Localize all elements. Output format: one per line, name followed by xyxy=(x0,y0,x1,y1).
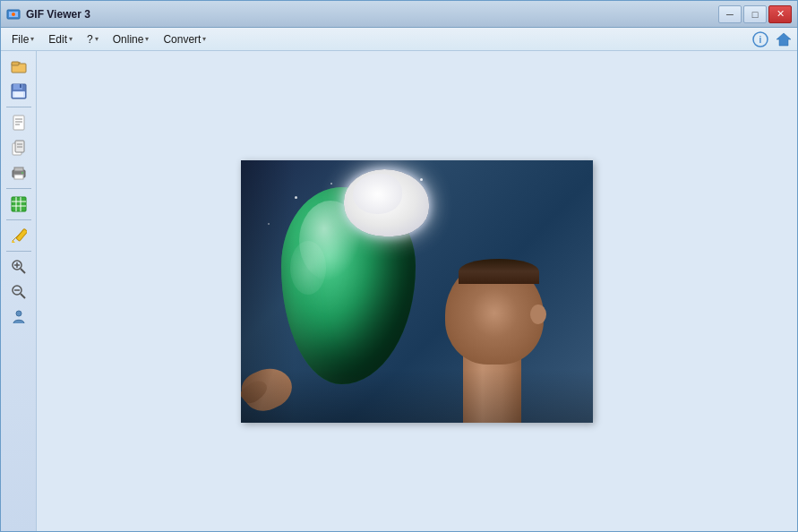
menu-online-arrow: ▾ xyxy=(145,35,149,43)
main-window: GIF Viewer 3 ─ □ ✕ File ▾ Edit ▾ ? ▾ Onl… xyxy=(0,0,798,532)
canvas-area xyxy=(37,51,797,531)
edit-pencil-tool[interactable] xyxy=(5,224,32,247)
svg-line-35 xyxy=(21,269,25,273)
maximize-button[interactable]: □ xyxy=(743,5,767,23)
svg-rect-11 xyxy=(20,84,21,88)
open-file-tool[interactable] xyxy=(5,55,32,78)
separator-3 xyxy=(6,219,31,220)
separator-2 xyxy=(6,188,31,189)
save-tool[interactable] xyxy=(5,80,32,103)
svg-rect-24 xyxy=(14,175,23,179)
svg-marker-5 xyxy=(777,33,791,46)
svg-text:i: i xyxy=(759,35,762,45)
svg-line-39 xyxy=(21,294,25,298)
home-button[interactable] xyxy=(774,30,794,49)
menu-online[interactable]: Online ▾ xyxy=(106,30,157,48)
svg-rect-23 xyxy=(14,167,23,171)
menu-right-icons: i xyxy=(751,30,794,49)
main-area xyxy=(1,51,797,531)
zoom-out-tool[interactable] xyxy=(5,280,32,304)
menu-help[interactable]: ? ▾ xyxy=(80,30,106,48)
gif-display xyxy=(241,160,593,423)
person-tool[interactable] xyxy=(5,305,32,329)
separator-4 xyxy=(6,251,31,252)
svg-rect-26 xyxy=(12,197,26,211)
window-controls: ─ □ ✕ xyxy=(718,5,792,23)
svg-point-25 xyxy=(21,172,23,174)
svg-rect-8 xyxy=(12,62,19,65)
app-icon xyxy=(6,7,21,21)
menu-convert[interactable]: Convert ▾ xyxy=(156,30,213,48)
close-button[interactable]: ✕ xyxy=(768,5,792,23)
table-tool[interactable] xyxy=(5,193,32,216)
print-tool[interactable] xyxy=(5,161,32,184)
svg-rect-31 xyxy=(15,228,26,241)
menu-edit[interactable]: Edit ▾ xyxy=(41,30,80,48)
svg-rect-13 xyxy=(14,92,23,97)
info-button[interactable]: i xyxy=(751,30,770,49)
svg-point-2 xyxy=(12,13,15,16)
copy-tool[interactable] xyxy=(5,136,32,159)
menu-convert-arrow: ▾ xyxy=(202,35,206,43)
menu-file-arrow: ▾ xyxy=(30,35,34,43)
svg-rect-14 xyxy=(13,116,24,130)
minimize-button[interactable]: ─ xyxy=(718,5,742,23)
menu-file[interactable]: File ▾ xyxy=(4,30,41,48)
menu-help-arrow: ▾ xyxy=(95,35,99,43)
document-tool[interactable] xyxy=(5,111,32,134)
title-bar: GIF Viewer 3 ─ □ ✕ xyxy=(1,1,797,28)
sidebar-toolbar xyxy=(1,51,37,531)
svg-point-41 xyxy=(16,311,21,316)
menu-edit-arrow: ▾ xyxy=(69,35,73,43)
menu-bar: File ▾ Edit ▾ ? ▾ Online ▾ Convert ▾ i xyxy=(1,28,797,51)
gif-background xyxy=(241,160,593,423)
zoom-in-tool[interactable] xyxy=(5,255,32,279)
window-title: GIF Viewer 3 xyxy=(26,8,718,21)
separator-1 xyxy=(6,107,31,107)
